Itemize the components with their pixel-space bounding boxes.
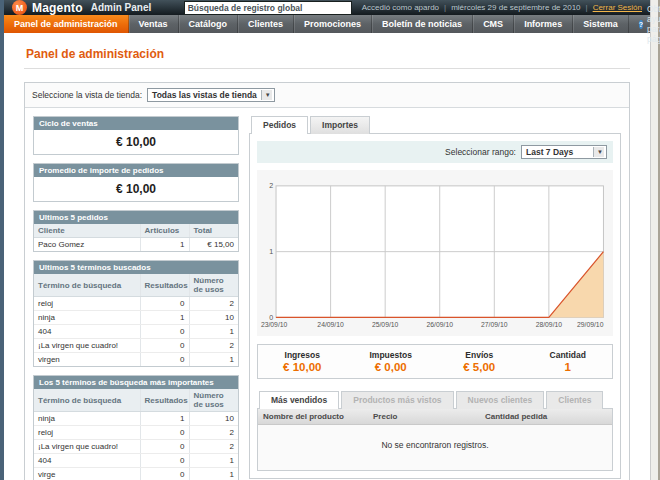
last-search-terms-box: Ultimos 5 términos buscados Término de b… bbox=[33, 260, 239, 367]
svg-text:29/09/10: 29/09/10 bbox=[577, 321, 604, 328]
stat-value: 1 bbox=[524, 361, 613, 373]
nav-item[interactable]: Informes bbox=[514, 15, 573, 33]
sales-cycle-value: € 10,00 bbox=[34, 130, 238, 154]
nav-items: Panel de administraciónVentasCatálogoCli… bbox=[4, 15, 629, 33]
help-icon: ? bbox=[639, 20, 643, 29]
uses-cell: 2 bbox=[189, 440, 238, 454]
chart-tab[interactable]: Pedidos bbox=[251, 116, 308, 134]
stat-label: Ingresos bbox=[258, 350, 347, 360]
nav-item[interactable]: Boletín de noticias bbox=[372, 15, 473, 33]
column-header: Término de búsqueda bbox=[34, 389, 140, 412]
help-link[interactable]: ? Obtener ayuda para esta página bbox=[629, 15, 660, 33]
uses-cell: 1 bbox=[189, 353, 238, 367]
session-info: Accedió como apardo | miércoles 29 de se… bbox=[362, 3, 642, 12]
column-header: Resultados bbox=[140, 274, 189, 297]
grid-tab: Nuevos clientes bbox=[456, 391, 545, 409]
uses-cell: 1 bbox=[189, 454, 238, 468]
last-orders-box: Ultimos 5 pedidos ClienteArticulosTotal … bbox=[33, 210, 239, 252]
avg-order-box: Promedio de importe de pedidos € 10,00 bbox=[33, 163, 239, 202]
search-term-row: reloj 0 2 bbox=[34, 426, 238, 440]
term-cell: ninja bbox=[34, 412, 140, 426]
logged-in-as: Accedió como apardo bbox=[362, 3, 439, 12]
svg-text:26/09/10: 26/09/10 bbox=[426, 321, 453, 328]
svg-text:25/09/10: 25/09/10 bbox=[372, 321, 399, 328]
stat-value: € 0,00 bbox=[347, 361, 436, 373]
box-title: Los 5 términos de búsqueda más important… bbox=[34, 376, 238, 389]
column-header: Número de usos bbox=[189, 274, 238, 297]
range-select[interactable]: Last 7 Days ▼ bbox=[521, 145, 607, 159]
empty-message: No se encontraron registros. bbox=[258, 425, 612, 471]
table-header-row: ClienteArticulosTotal bbox=[34, 224, 238, 238]
current-date: miércoles 29 de septiembre de 2010 bbox=[451, 3, 580, 12]
brand-name: Magento bbox=[32, 1, 83, 15]
header-right: Accedió como apardo | miércoles 29 de se… bbox=[184, 1, 642, 15]
search-term-row: virge 0 1 bbox=[34, 468, 238, 480]
results-cell: 0 bbox=[140, 468, 189, 480]
grid-tab[interactable]: Más vendidos bbox=[259, 391, 339, 409]
search-term-row: ninja 1 10 bbox=[34, 412, 238, 426]
nav-item[interactable]: Panel de administración bbox=[4, 15, 129, 33]
totals-bar: Ingresos € 10,00 Impuestos € 0,00 bbox=[257, 344, 613, 379]
search-term-row: ¡La virgen que cuadro! 0 2 bbox=[34, 339, 238, 353]
search-term-row: reloj 0 2 bbox=[34, 297, 238, 311]
separator: | bbox=[444, 3, 446, 12]
svg-text:1: 1 bbox=[269, 248, 273, 256]
top-search-terms-table: Término de búsquedaResultadosNúmero de u… bbox=[34, 389, 238, 480]
results-cell: 0 bbox=[140, 440, 189, 454]
nav-item[interactable]: Promociones bbox=[294, 15, 372, 33]
column-header: Resultados bbox=[140, 389, 189, 412]
uses-cell: 10 bbox=[189, 311, 238, 325]
store-switcher-value: Todas las vistas de tienda bbox=[152, 90, 257, 100]
nav-item[interactable]: Ventas bbox=[129, 15, 179, 33]
svg-text:27/09/10: 27/09/10 bbox=[481, 321, 508, 328]
sales-cycle-box: Ciclo de ventas € 10,00 bbox=[33, 116, 239, 155]
stat-label: Envíos bbox=[435, 350, 524, 360]
stat-item: Cantidad 1 bbox=[524, 350, 613, 373]
search-term-row: 404 0 1 bbox=[34, 454, 238, 468]
term-cell: 404 bbox=[34, 325, 140, 339]
term-cell: 404 bbox=[34, 454, 140, 468]
nav-item[interactable]: Clientes bbox=[238, 15, 294, 33]
dashboard-container: Seleccione la vista de tienda: Todas las… bbox=[24, 82, 630, 480]
results-cell: 1 bbox=[140, 311, 189, 325]
order-row[interactable]: Paco Gomez 1 € 15,00 bbox=[34, 238, 238, 252]
results-cell: 0 bbox=[140, 325, 189, 339]
customer-cell: Paco Gomez bbox=[34, 238, 140, 252]
bestsellers-grid: Nombre del productoPrecioCantidad pedida… bbox=[257, 408, 613, 471]
nav-item[interactable]: Catálogo bbox=[179, 15, 239, 33]
range-bar: Seleccionar rango: Last 7 Days ▼ bbox=[257, 141, 613, 163]
results-cell: 0 bbox=[140, 297, 189, 311]
logout-link[interactable]: Cerrar Sesión bbox=[593, 3, 642, 12]
grid-tab: Clientes bbox=[546, 391, 603, 409]
svg-text:24/09/10: 24/09/10 bbox=[317, 321, 344, 328]
nav-item[interactable]: CMS bbox=[473, 15, 514, 33]
column-header: Cliente bbox=[34, 224, 140, 238]
right-column: PedidosImportes Seleccionar rango: Last … bbox=[249, 116, 621, 480]
search-term-row: ninja 1 10 bbox=[34, 311, 238, 325]
results-cell: 0 bbox=[140, 339, 189, 353]
chart-tabs: PedidosImportes bbox=[249, 116, 621, 133]
search-term-row: virgen 0 1 bbox=[34, 353, 238, 367]
global-search-input[interactable] bbox=[184, 1, 352, 15]
bestsellers-table: Nombre del productoPrecioCantidad pedida… bbox=[258, 409, 612, 470]
store-switcher-select[interactable]: Todas las vistas de tienda ▼ bbox=[147, 88, 275, 102]
grid-tab: Productos más vistos bbox=[341, 391, 453, 409]
stat-item: Impuestos € 0,00 bbox=[347, 350, 436, 373]
stat-value: € 10,00 bbox=[258, 361, 347, 373]
column-header: Total bbox=[189, 224, 238, 238]
uses-cell: 2 bbox=[189, 426, 238, 440]
orders-area-chart: 01223/09/1024/09/1025/09/1026/09/1027/09… bbox=[259, 174, 611, 334]
separator: | bbox=[586, 3, 588, 12]
app-title: Admin Panel bbox=[91, 2, 152, 13]
uses-cell: 2 bbox=[189, 297, 238, 311]
chart-tab[interactable]: Importes bbox=[310, 116, 370, 134]
stat-item: Envíos € 5,00 bbox=[435, 350, 524, 373]
empty-row: No se encontraron registros. bbox=[258, 425, 612, 471]
nav-item[interactable]: Sistema bbox=[573, 15, 629, 33]
term-cell: reloj bbox=[34, 426, 140, 440]
stat-item: Ingresos € 10,00 bbox=[258, 350, 347, 373]
magento-logo[interactable]: M Magento Admin Panel bbox=[12, 0, 151, 15]
box-title: Ultimos 5 pedidos bbox=[34, 211, 238, 224]
orders-chart: 01223/09/1024/09/1025/09/1026/09/1027/09… bbox=[257, 170, 613, 336]
box-title: Promedio de importe de pedidos bbox=[34, 164, 238, 177]
